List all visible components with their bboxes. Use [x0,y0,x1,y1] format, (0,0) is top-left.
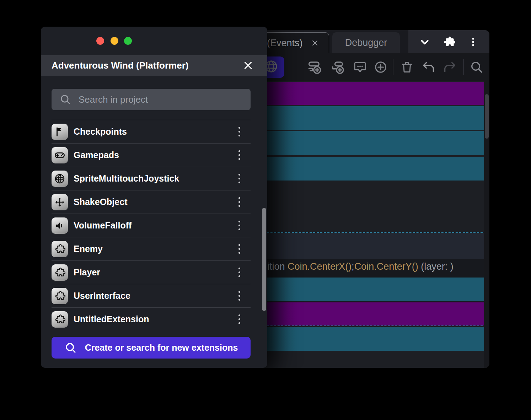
puzzle-icon [52,241,68,257]
flag-icon [52,124,68,140]
item-menu-icon[interactable] [233,217,246,234]
item-menu-icon[interactable] [233,264,246,281]
item-menu-icon[interactable] [233,124,246,140]
item-menu-icon[interactable] [233,288,246,304]
titlebar-actions [408,30,489,53]
extension-item-userinterface[interactable]: UserInterface [52,284,251,307]
search-icon [64,341,77,354]
add-circle-icon[interactable] [372,58,390,76]
tab-close-icon[interactable] [311,39,319,47]
item-menu-icon[interactable] [233,147,246,163]
add-subevent-icon[interactable] [329,58,347,76]
dialog-titlebar: Adventurous Wind (Platformer) [41,55,267,76]
tab-debugger[interactable]: Debugger [332,32,400,53]
item-menu-icon[interactable] [233,171,246,187]
extension-item-spritemultitouchjoystick[interactable]: SpriteMultitouchJoystick [52,167,251,190]
trash-icon[interactable] [398,58,416,76]
extension-item-player[interactable]: Player [52,260,251,284]
screenshot-stage: (Events) Debugger [0,0,531,420]
joystick-icon [52,171,68,187]
dialog-scrollbar-thumb[interactable] [262,208,266,311]
toolbar-separator [463,59,464,75]
puzzle-icon [52,264,68,281]
extension-item-enemy[interactable]: Enemy [52,237,251,260]
speaker-icon [52,217,68,234]
create-extension-button[interactable]: Create or search for new extensions [52,337,251,359]
gamepad-icon [52,147,68,163]
extension-item-gamepads[interactable]: Gamepads [52,143,251,167]
extension-item-checkpoints[interactable]: Checkpoints [52,120,251,143]
extension-label: Checkpoints [74,126,127,137]
search-icon [59,93,71,106]
extension-label: Gamepads [74,150,119,160]
item-menu-icon[interactable] [233,194,246,210]
search-input[interactable] [79,94,246,105]
close-x-icon[interactable] [241,58,255,72]
chevron-down-icon[interactable] [417,34,433,50]
extension-label: VolumeFalloff [74,220,132,231]
extension-label: ShakeObject [74,197,127,207]
window-minimize-button[interactable] [111,37,118,45]
dialog-title: Adventurous Wind (Platformer) [52,60,188,71]
extensions-dialog: Adventurous Wind (Platformer) Checkpoint… [41,27,267,368]
create-extension-label: Create or search for new extensions [85,343,238,353]
tab-debugger-label: Debugger [345,37,387,48]
item-menu-icon[interactable] [233,311,246,328]
editor-scrollbar-thumb[interactable] [485,94,489,139]
undo-icon[interactable] [420,58,438,76]
move-arrows-icon [52,194,68,210]
extension-label: Enemy [74,244,103,254]
add-event-icon[interactable] [306,58,324,76]
extensions-list: Checkpoints Gamepads SpriteMultitouchJoy… [52,120,251,331]
extension-item-untitledextension[interactable]: UntitledExtension [52,307,251,331]
item-menu-icon[interactable] [233,241,246,257]
toolbar-separator [393,59,393,75]
puzzle-icon [52,288,68,304]
extension-item-shakeobject[interactable]: ShakeObject [52,190,251,214]
puzzle-icon [52,311,68,328]
tab-events[interactable]: (Events) [263,32,329,53]
extension-label: UntitledExtension [74,314,149,324]
project-search-box[interactable] [52,89,251,110]
window-zoom-button[interactable] [124,37,132,45]
editor-scrollbar-track[interactable] [484,81,489,368]
extension-label: Player [74,267,100,278]
more-vertical-icon[interactable] [465,34,481,50]
tab-events-label: (Events) [267,38,303,49]
add-comment-icon[interactable] [351,58,369,76]
extension-item-volumefalloff[interactable]: VolumeFalloff [52,214,251,237]
redo-icon[interactable] [441,58,458,76]
extension-label: SpriteMultitouchJoystick [74,173,179,184]
extensions-puzzle-icon[interactable] [441,34,457,50]
action-position-line: ition Coin.CenterX();Coin.CenterY() (lay… [267,261,454,272]
search-icon[interactable] [468,58,486,76]
extension-label: UserInterface [74,291,130,301]
window-close-button[interactable] [96,37,104,45]
